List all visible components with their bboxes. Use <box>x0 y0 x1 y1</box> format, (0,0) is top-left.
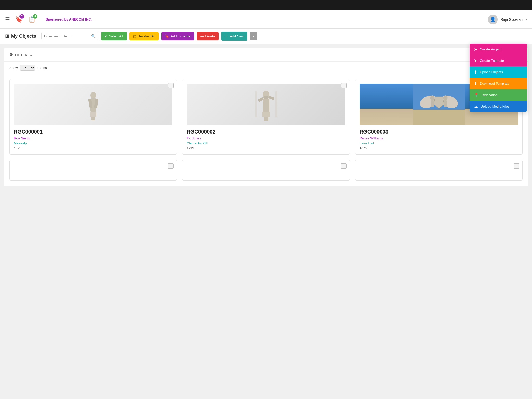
dropdown-menu: ➤ Create Project ➤ Create Estimate ⬆ Upl… <box>470 44 527 112</box>
location-icon: 📍 <box>474 92 479 97</box>
entries-select[interactable]: 25 50 100 <box>20 65 35 71</box>
header: ☰ 🔖 20 📋 0 Sponsored by ANECOM INC. 👤 Ra… <box>0 10 532 29</box>
card-year-2: 1993 <box>187 146 345 150</box>
filter-label: FILTER <box>15 53 28 57</box>
unselect-all-button[interactable]: ▢ Unselect All <box>129 32 159 40</box>
user-menu-chevron[interactable]: ▾ <box>525 18 527 21</box>
svg-point-2 <box>90 92 96 99</box>
download-template-label: Download Template <box>480 82 509 85</box>
menu-icon[interactable]: ☰ <box>5 16 10 23</box>
show-label: Show <box>9 66 18 70</box>
top-bar <box>0 0 532 10</box>
partial-card-1[interactable] <box>9 160 177 181</box>
svg-point-21 <box>443 95 447 101</box>
object-card-2[interactable]: RGC000002 Tic Jones Clementis XIII 1993 <box>182 79 350 155</box>
bottom-row <box>4 160 528 186</box>
entries-bar: Show 25 50 100 entries <box>4 62 528 74</box>
search-box[interactable]: 🔍 <box>41 32 98 40</box>
object-grid: RGC000001 Ron Smith Meaeafp 1875 <box>4 74 528 160</box>
svg-rect-13 <box>255 91 257 117</box>
object-card[interactable]: RGC000001 Ron Smith Meaeafp 1875 <box>9 79 177 155</box>
partial-checkbox-2[interactable] <box>341 163 347 169</box>
page-title: ⊞ My Objects <box>5 33 36 39</box>
relocation-label: Relocation <box>482 93 497 97</box>
chevron-down-icon: ▾ <box>252 34 254 38</box>
select-all-button[interactable]: ✔ Select All <box>101 32 127 40</box>
plus-icon: ＋ <box>225 34 228 38</box>
card-checkbox-1[interactable] <box>168 83 174 88</box>
upload-icon: ⬆ <box>474 70 477 75</box>
card-owner-2: Tic Jones <box>187 136 345 140</box>
bookmark-add-icon: 🔖 <box>165 34 169 38</box>
card-year-1: 1875 <box>14 146 172 150</box>
card-year-3: 1675 <box>360 146 518 150</box>
filter-bar: ⚙ FILTER ▽ <box>4 48 528 62</box>
card-id-3: RGC000003 <box>360 129 518 135</box>
card-image-1 <box>14 84 172 125</box>
filter-funnel-icon: ▽ <box>30 53 32 57</box>
sponsor-name: ANECOM INC. <box>69 17 92 21</box>
svg-rect-6 <box>264 116 268 121</box>
svg-rect-14 <box>275 91 277 117</box>
create-project-item[interactable]: ➤ Create Project <box>470 44 527 55</box>
user-name: Raja Gopalan <box>500 17 523 22</box>
bookmark-badge: 20 <box>19 14 24 19</box>
check-icon: ✔ <box>105 34 108 38</box>
square-icon: ▢ <box>133 34 136 38</box>
arrow-right-icon2: ➤ <box>474 58 477 63</box>
cloud-upload-icon: ☁ <box>474 104 478 109</box>
card-checkbox-2[interactable] <box>341 83 347 88</box>
upload-media-item[interactable]: ☁ Upload Media Files <box>470 101 527 112</box>
card-id-1: RGC000001 <box>14 129 172 135</box>
svg-rect-1 <box>90 112 96 117</box>
download-icon: ⬇ <box>474 81 477 86</box>
svg-rect-10 <box>263 99 269 112</box>
svg-rect-7 <box>262 112 270 117</box>
header-left: ☰ 🔖 20 📋 0 Sponsored by ANECOM INC. <box>5 15 92 24</box>
toolbar: ⊞ My Objects 🔍 ✔ Select All ▢ Unselect A… <box>0 29 532 44</box>
statue-svg-2 <box>254 86 278 123</box>
entries-label: entries <box>37 66 47 70</box>
svg-rect-16 <box>413 110 465 125</box>
download-template-item[interactable]: ⬇ Download Template <box>470 78 527 89</box>
relocation-item[interactable]: 📍 Relocation <box>470 89 527 101</box>
card-image-2 <box>187 84 345 125</box>
avatar: 👤 <box>488 15 498 24</box>
card-location-1: Meaeafp <box>14 141 172 145</box>
statue-svg-1 <box>83 88 104 121</box>
partial-checkbox-1[interactable] <box>168 163 174 169</box>
svg-rect-20 <box>431 100 434 107</box>
list-badge: 0 <box>33 14 37 19</box>
card-location-3: Fairy Fort <box>360 141 518 145</box>
create-project-label: Create Project <box>480 47 501 51</box>
bookmarks-button[interactable]: 🔖 20 <box>14 15 23 24</box>
add-new-button[interactable]: ＋ Add New <box>221 32 247 41</box>
card-location-2: Clementis XIII <box>187 141 345 145</box>
card-owner-3: Renee Williams <box>360 136 518 140</box>
minus-icon: — <box>200 34 204 38</box>
create-estimate-label: Create Estimate <box>480 59 504 63</box>
svg-point-19 <box>430 95 434 101</box>
header-right: 👤 Raja Gopalan ▾ <box>488 15 527 24</box>
more-actions-button[interactable]: ▾ <box>250 32 257 40</box>
add-to-cache-button[interactable]: 🔖 Add to cache <box>161 32 194 40</box>
content-panel: ⚙ FILTER ▽ Show 25 50 100 entries <box>4 48 528 186</box>
delete-button[interactable]: — Delete <box>197 32 219 40</box>
search-input[interactable] <box>44 34 90 38</box>
partial-checkbox-3[interactable] <box>514 163 519 169</box>
sliders-icon: ⊞ <box>5 33 9 39</box>
partial-card-2[interactable] <box>182 160 350 181</box>
search-icon: 🔍 <box>91 34 96 38</box>
partial-card-3[interactable] <box>355 160 523 181</box>
upload-objects-item[interactable]: ⬆ Upload Objects <box>470 66 527 78</box>
svg-rect-22 <box>444 100 447 107</box>
upload-media-label: Upload Media Files <box>481 104 509 108</box>
create-estimate-item[interactable]: ➤ Create Estimate <box>470 55 527 66</box>
filter-icon: ⚙ <box>9 52 13 57</box>
upload-objects-label: Upload Objects <box>480 70 503 74</box>
card-id-2: RGC000002 <box>187 129 345 135</box>
lists-button[interactable]: 📋 0 <box>27 15 36 24</box>
arrow-right-icon: ➤ <box>474 47 477 52</box>
sponsored-text: Sponsored by ANECOM INC. <box>46 17 92 21</box>
card-owner-1: Ron Smith <box>14 136 172 140</box>
